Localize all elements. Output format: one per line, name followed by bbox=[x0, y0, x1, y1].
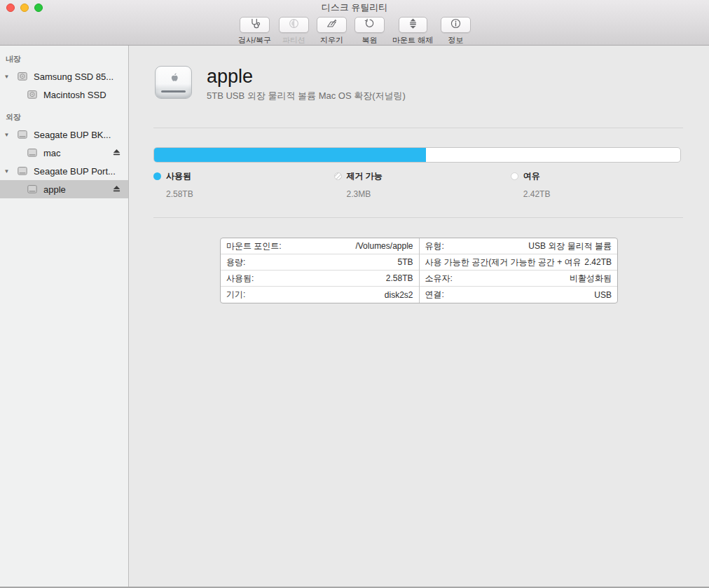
sidebar-item-label: Seagate BUP Port... bbox=[34, 166, 116, 177]
device-subtitle: 5TB USB 외장 물리적 볼륨 Mac OS 확장(저널링) bbox=[207, 90, 406, 102]
detail-label: 용량: bbox=[226, 257, 245, 268]
external-disk-icon bbox=[17, 165, 28, 177]
usage-legend: 사용됨 2.58TB 제거 가능 2.3MB 여유 2.4 bbox=[153, 170, 681, 203]
table-row: 용량: 5TB bbox=[221, 254, 419, 271]
sidebar: 내장 ▼ Samsung SSD 85... Macintosh SSD bbox=[0, 46, 129, 587]
erase-icon bbox=[326, 18, 338, 32]
disclosure-triangle-icon[interactable]: ▼ bbox=[3, 74, 11, 80]
toolbar: 검사/복구 파티션 bbox=[0, 15, 709, 46]
restore-button[interactable] bbox=[354, 17, 385, 33]
legend-value: 2.3MB bbox=[347, 189, 383, 199]
sidebar-item-apple[interactable]: apple bbox=[0, 180, 128, 198]
tool-unmount: 마운트 해제 bbox=[392, 17, 433, 46]
tool-info: 정보 bbox=[441, 17, 471, 46]
detail-value: USB bbox=[594, 290, 612, 300]
table-row: 기기: disk2s2 bbox=[221, 287, 419, 303]
detail-label: 마운트 포인트: bbox=[226, 240, 282, 252]
sidebar-item-seagate-bup-bk[interactable]: ▼ Seagate BUP BK... bbox=[0, 125, 128, 144]
legend-purgeable: 제거 가능 2.3MB bbox=[334, 170, 383, 199]
close-button[interactable] bbox=[6, 4, 15, 12]
divider bbox=[153, 217, 683, 218]
zoom-button[interactable] bbox=[34, 4, 43, 12]
sidebar-item-label: apple bbox=[43, 184, 66, 195]
detail-label: 사용됨: bbox=[226, 273, 254, 285]
details-table: 마운트 포인트: /Volumes/apple 용량: 5TB 사용됨: 2.5… bbox=[220, 238, 618, 303]
external-disk-icon bbox=[17, 129, 28, 140]
device-header: apple 5TB USB 외장 물리적 볼륨 Mac OS 확장(저널링) bbox=[155, 66, 681, 102]
tool-erase: 지우기 bbox=[317, 17, 347, 46]
table-row: 소유자: 비활성화됨 bbox=[420, 271, 618, 287]
legend-value: 2.58TB bbox=[166, 189, 193, 199]
disclosure-triangle-icon[interactable]: ▼ bbox=[3, 168, 11, 175]
detail-label: 연결: bbox=[425, 289, 444, 301]
external-device-icon bbox=[155, 66, 192, 99]
first-aid-label: 검사/복구 bbox=[238, 35, 271, 46]
tool-first-aid: 검사/복구 bbox=[238, 17, 271, 46]
apple-logo-icon bbox=[168, 71, 179, 86]
eject-icon[interactable] bbox=[112, 149, 121, 157]
divider bbox=[153, 128, 683, 128]
content-area: 내장 ▼ Samsung SSD 85... Macintosh SSD bbox=[0, 46, 709, 587]
legend-used: 사용됨 2.58TB bbox=[153, 170, 193, 199]
detail-label: 기기: bbox=[226, 289, 245, 301]
titlebar[interactable]: 디스크 유틸리티 bbox=[0, 0, 709, 15]
sidebar-section-internal: 내장 bbox=[0, 52, 128, 67]
window-chrome: 디스크 유틸리티 검사/복구 bbox=[0, 0, 709, 46]
table-row: 사용됨: 2.58TB bbox=[221, 271, 419, 287]
first-aid-button[interactable] bbox=[240, 17, 270, 33]
external-volume-icon bbox=[27, 184, 38, 195]
device-title: apple bbox=[207, 66, 406, 87]
detail-value: /Volumes/apple bbox=[355, 241, 413, 251]
detail-label: 유형: bbox=[425, 240, 444, 252]
restore-label: 복원 bbox=[362, 35, 378, 46]
sidebar-item-label: Samsung SSD 85... bbox=[34, 71, 113, 82]
tool-restore: 복원 bbox=[354, 17, 385, 46]
table-row: 연결: USB bbox=[420, 287, 618, 303]
detail-label: 사용 가능한 공간(제거 가능한 공간 + 여유 공간): bbox=[425, 257, 581, 268]
internal-disk-icon bbox=[17, 71, 28, 82]
window-title: 디스크 유틸리티 bbox=[322, 1, 388, 14]
sidebar-item-macintosh-ssd[interactable]: Macintosh SSD bbox=[0, 86, 128, 104]
legend-free: 여유 2.42TB bbox=[511, 170, 551, 199]
unmount-icon bbox=[408, 18, 418, 32]
sidebar-item-mac[interactable]: mac bbox=[0, 144, 128, 162]
disclosure-triangle-icon[interactable]: ▼ bbox=[3, 132, 11, 138]
detail-value: 2.58TB bbox=[386, 273, 413, 283]
sidebar-item-label: Macintosh SSD bbox=[43, 90, 106, 100]
usage-bar bbox=[153, 147, 681, 163]
detail-value: 2.42TB bbox=[584, 257, 612, 267]
detail-value: USB 외장 물리적 볼륨 bbox=[528, 240, 612, 252]
legend-value: 2.42TB bbox=[523, 189, 551, 199]
detail-value: 비활성화됨 bbox=[570, 273, 612, 285]
details-right-column: 유형: USB 외장 물리적 볼륨 사용 가능한 공간(제거 가능한 공간 + … bbox=[419, 238, 618, 303]
tool-partition: 파티션 bbox=[279, 17, 309, 46]
unmount-label: 마운트 해제 bbox=[392, 35, 433, 46]
eject-icon[interactable] bbox=[112, 185, 121, 193]
legend-label: 사용됨 bbox=[166, 170, 191, 182]
legend-label: 여유 bbox=[523, 170, 540, 182]
detail-value: disk2s2 bbox=[385, 290, 413, 300]
partition-icon bbox=[288, 18, 300, 32]
info-label: 정보 bbox=[448, 35, 464, 46]
usage-bar-used bbox=[154, 148, 426, 162]
minimize-button[interactable] bbox=[20, 4, 29, 12]
partition-label: 파티션 bbox=[282, 35, 305, 46]
sidebar-section-external: 외장 bbox=[0, 110, 128, 125]
partition-button bbox=[279, 17, 309, 33]
detail-value: 5TB bbox=[397, 257, 413, 267]
free-swatch-icon bbox=[511, 172, 518, 180]
sidebar-item-label: mac bbox=[43, 148, 61, 158]
table-row: 마운트 포인트: /Volumes/apple bbox=[221, 238, 419, 254]
external-volume-icon bbox=[27, 147, 38, 158]
info-button[interactable] bbox=[441, 17, 471, 33]
sidebar-item-label: Seagate BUP BK... bbox=[34, 130, 111, 140]
sidebar-item-seagate-bup-port[interactable]: ▼ Seagate BUP Port... bbox=[0, 162, 128, 180]
sidebar-item-samsung-ssd[interactable]: ▼ Samsung SSD 85... bbox=[0, 67, 128, 86]
internal-disk-icon bbox=[27, 89, 38, 100]
purgeable-swatch-icon bbox=[334, 172, 342, 180]
erase-button[interactable] bbox=[317, 17, 347, 33]
detail-label: 소유자: bbox=[425, 273, 453, 285]
table-row: 유형: USB 외장 물리적 볼륨 bbox=[420, 238, 618, 254]
unmount-button[interactable] bbox=[399, 17, 427, 33]
legend-label: 제거 가능 bbox=[347, 170, 383, 182]
